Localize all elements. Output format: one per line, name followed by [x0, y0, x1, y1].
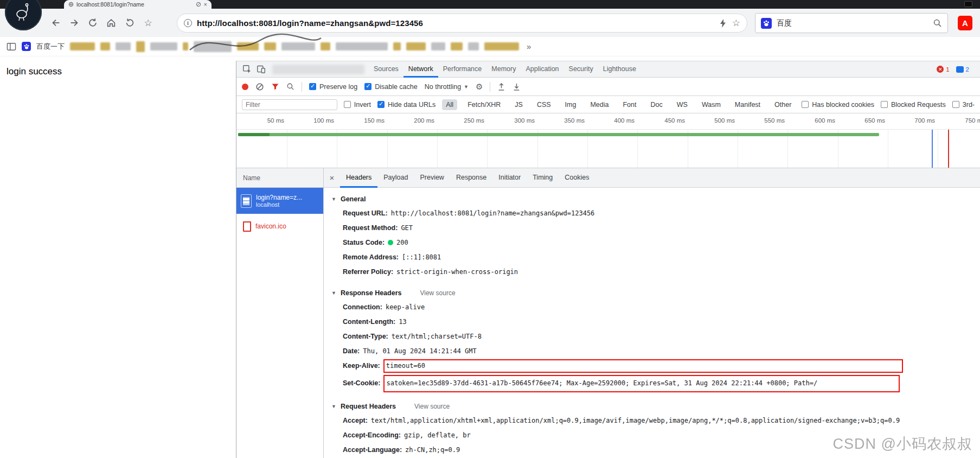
redacted-bookmark[interactable] — [484, 42, 519, 50]
blocked-requests-checkbox[interactable] — [881, 101, 888, 108]
third-party-toggle[interactable]: 3rd- — [952, 101, 975, 109]
hide-data-urls-checkbox[interactable] — [377, 101, 385, 108]
page-info-icon[interactable]: i — [184, 19, 192, 27]
reload-button[interactable] — [84, 14, 102, 32]
forward-button[interactable] — [65, 14, 84, 32]
details-tab-payload[interactable]: Payload — [377, 168, 414, 188]
url-text[interactable]: http://localhost:8081/login?name=zhangsa… — [197, 18, 714, 28]
home-button[interactable] — [102, 14, 120, 32]
throttling-select[interactable]: No throttling ▼ — [425, 83, 469, 91]
address-bar[interactable]: i http://localhost:8081/login?name=zhang… — [177, 14, 747, 33]
filter-type-media[interactable]: Media — [586, 99, 612, 110]
redacted-bookmark[interactable] — [70, 42, 95, 50]
request-row-favicon[interactable]: favicon.ico — [236, 214, 323, 239]
view-source-link[interactable]: View source — [414, 399, 450, 414]
devtools-tab-security[interactable]: Security — [564, 61, 598, 78]
details-tab-timing[interactable]: Timing — [527, 168, 559, 188]
devtools-tab-performance[interactable]: Performance — [438, 61, 487, 78]
redacted-bookmark[interactable] — [237, 42, 259, 50]
side-panel-icon[interactable] — [7, 42, 16, 51]
preserve-log-toggle[interactable]: Preserve log — [309, 83, 357, 91]
redacted-bookmark[interactable] — [116, 42, 131, 50]
redacted-bookmark[interactable] — [336, 42, 388, 50]
bookmark-this-button[interactable]: ☆ — [139, 14, 157, 32]
disable-cache-checkbox[interactable] — [364, 83, 371, 90]
hide-data-urls-toggle[interactable]: Hide data URLs — [377, 101, 435, 109]
filter-type-js[interactable]: JS — [511, 99, 527, 110]
devtools-tab-application[interactable]: Application — [521, 61, 563, 78]
filter-type-img[interactable]: Img — [561, 99, 580, 110]
filter-type-doc[interactable]: Doc — [647, 99, 667, 110]
preserve-log-checkbox[interactable] — [309, 83, 316, 90]
back-button[interactable] — [47, 14, 65, 32]
tab-close-icon[interactable]: × — [204, 2, 207, 7]
devtools-tab-network[interactable]: Network — [403, 61, 438, 78]
filter-type-other[interactable]: Other — [771, 99, 795, 110]
bookmark-star-icon[interactable]: ☆ — [732, 17, 740, 29]
filter-icon[interactable] — [271, 82, 279, 91]
filter-input[interactable] — [242, 99, 337, 110]
details-tab-initiator[interactable]: Initiator — [492, 168, 527, 188]
filter-type-wasm[interactable]: Wasm — [698, 99, 725, 110]
disable-cache-toggle[interactable]: Disable cache — [364, 83, 418, 91]
bookmark-baidu[interactable]: 百度一下 — [36, 42, 65, 52]
acrobat-extension-icon[interactable]: A — [958, 16, 972, 30]
redacted-bookmark[interactable] — [451, 42, 463, 50]
bookmarks-overflow-icon[interactable]: » — [527, 42, 531, 51]
filter-type-css[interactable]: CSS — [533, 99, 555, 110]
blocked-requests-toggle[interactable]: Blocked Requests — [881, 101, 946, 109]
redacted-bookmark[interactable] — [264, 42, 276, 50]
baidu-search-label[interactable]: 百度 — [777, 18, 928, 28]
console-errors-badge[interactable]: ✕ 1 — [937, 66, 949, 73]
filter-type-font[interactable]: Font — [619, 99, 640, 110]
issues-badge[interactable]: 2 — [956, 66, 969, 73]
export-har-icon[interactable] — [513, 82, 521, 91]
devtools-tab-sources[interactable]: Sources — [369, 61, 403, 78]
history-button[interactable] — [120, 14, 139, 32]
record-button[interactable] — [242, 84, 248, 90]
redacted-bookmark[interactable] — [183, 42, 188, 50]
inspect-element-icon[interactable] — [240, 63, 254, 76]
filter-type-ws[interactable]: WS — [673, 99, 691, 110]
clear-icon[interactable] — [255, 82, 264, 91]
window-control[interactable] — [964, 1, 972, 7]
baidu-search-box[interactable]: 百度 — [755, 13, 948, 33]
filter-type-all[interactable]: All — [442, 99, 457, 110]
redacted-bookmark[interactable] — [321, 42, 330, 50]
device-toolbar-icon[interactable] — [254, 63, 268, 76]
redacted-bookmark[interactable] — [431, 42, 445, 50]
close-details-icon[interactable]: × — [324, 173, 340, 182]
import-har-icon[interactable] — [497, 82, 505, 91]
details-tab-preview[interactable]: Preview — [414, 168, 450, 188]
filter-type-xhr[interactable]: Fetch/XHR — [464, 99, 504, 110]
request-row-login[interactable]: login?name=z... localhost — [236, 188, 323, 214]
invert-toggle[interactable]: Invert — [344, 101, 371, 109]
redacted-bookmark[interactable] — [406, 42, 426, 50]
details-tab-headers[interactable]: Headers — [340, 168, 377, 188]
redacted-bookmark[interactable] — [281, 42, 315, 50]
details-tab-cookies[interactable]: Cookies — [559, 168, 595, 188]
devtools-tab-memory[interactable]: Memory — [486, 61, 521, 78]
details-tab-response[interactable]: Response — [450, 168, 492, 188]
lightning-icon[interactable] — [719, 18, 727, 28]
search-icon[interactable] — [933, 18, 942, 28]
redacted-bookmark[interactable] — [194, 41, 232, 52]
network-overview[interactable] — [236, 130, 980, 168]
redacted-bookmark[interactable] — [100, 42, 110, 50]
has-blocked-cookies-toggle[interactable]: Has blocked cookies — [802, 101, 874, 109]
network-search-icon[interactable] — [286, 82, 294, 91]
request-headers-section-header[interactable]: ▼ Request Headers View source — [324, 399, 980, 414]
has-blocked-cookies-checkbox[interactable] — [802, 101, 809, 108]
third-party-checkbox[interactable] — [952, 101, 959, 108]
redacted-bookmark[interactable] — [393, 42, 401, 50]
filter-type-manifest[interactable]: Manifest — [731, 99, 764, 110]
browser-tab[interactable]: localhost:8081/login?name × — [64, 0, 212, 9]
redacted-bookmark[interactable] — [150, 42, 177, 50]
network-conditions-icon[interactable]: ⚙ — [476, 82, 483, 92]
redacted-bookmark[interactable] — [468, 42, 479, 50]
response-headers-section-header[interactable]: ▼ Response Headers View source — [324, 286, 980, 300]
view-source-link[interactable]: View source — [420, 286, 455, 300]
invert-checkbox[interactable] — [344, 101, 351, 108]
devtools-tab-lighthouse[interactable]: Lighthouse — [598, 61, 641, 78]
redacted-bookmark[interactable] — [136, 41, 145, 52]
